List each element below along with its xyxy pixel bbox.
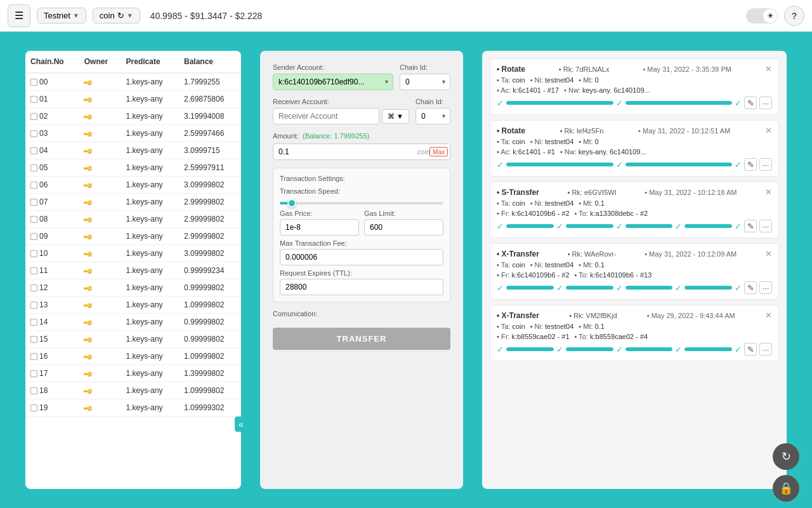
progress-check: ✓ [616, 98, 623, 108]
tx-progress-row: ✓✓ ✓ ✎ ··· [497, 158, 772, 171]
gas-limit-input[interactable] [364, 219, 443, 236]
table-row[interactable]: 17 🔑 1.keys-any 1.39999802 [25, 365, 241, 382]
edit-button[interactable]: ✎ [744, 220, 757, 232]
cell-balance: 1.09999802 [179, 382, 241, 399]
cell-predicate: 1.keys-any [121, 125, 179, 142]
speed-slider[interactable] [280, 202, 443, 204]
refresh-icon[interactable]: ↻ [117, 11, 124, 20]
more-button[interactable]: ··· [759, 158, 772, 171]
cell-owner: 🔑 [79, 262, 121, 279]
cell-chain: 08 [25, 211, 79, 228]
edit-button[interactable]: ✎ [744, 343, 757, 356]
table-row[interactable]: 12 🔑 1.keys-any 0.99999802 [25, 279, 241, 297]
cell-owner: 🔑 [79, 108, 121, 125]
tx-close-button[interactable]: ✕ [765, 311, 772, 320]
coin-label: coin [100, 11, 115, 20]
cell-owner: 🔑 [79, 382, 121, 399]
max-button[interactable]: Max [429, 147, 448, 157]
cell-owner: 🔑 [79, 245, 121, 262]
table-row[interactable]: 03 🔑 1.keys-any 2.59997466 [25, 125, 241, 142]
cell-predicate: 1.keys-any [121, 108, 179, 125]
tx-type: • X-Transfer [497, 311, 539, 320]
fab-refresh-button[interactable]: ↻ [773, 443, 799, 470]
network-dropdown[interactable]: Testnet ▼ [37, 8, 86, 23]
table-row[interactable]: 06 🔑 1.keys-any 3.09999802 [25, 177, 241, 194]
menu-button[interactable]: ☰ [8, 4, 30, 27]
table-row[interactable]: 19 🔑 1.keys-any 1.09999302 [25, 399, 241, 417]
tx-close-button[interactable]: ✕ [765, 249, 772, 258]
cell-owner: 🔑 [79, 331, 121, 348]
more-button[interactable]: ··· [759, 97, 772, 109]
tx-header: • S-Transfer • Rk: e6GVI5WI • May 31, 20… [497, 187, 772, 197]
receiver-account-input[interactable] [273, 108, 379, 124]
tx-close-button[interactable]: ✕ [765, 126, 772, 135]
more-button[interactable]: ··· [759, 343, 772, 356]
ttl-input[interactable] [280, 279, 443, 295]
table-row[interactable]: 15 🔑 1.keys-any 0.99999802 [25, 331, 241, 348]
receiver-row: Receiver Account: ⌘ ▼ Chain Id: ▼ [273, 98, 450, 124]
more-button[interactable]: ··· [759, 281, 772, 294]
cell-predicate: 1.keys-any [121, 279, 179, 297]
table-row[interactable]: 16 🔑 1.keys-any 1.09999802 [25, 348, 241, 365]
table-row[interactable]: 00 🔑 1.keys-any 1.7999255 [25, 73, 241, 91]
lock-icon: 🔒 [779, 481, 793, 495]
table-row[interactable]: 07 🔑 1.keys-any 2.99999802 [25, 194, 241, 211]
table-row[interactable]: 14 🔑 1.keys-any 0.99999802 [25, 314, 241, 331]
max-fee-input[interactable] [280, 249, 443, 265]
sender-col: Sender Account: ▼ [273, 64, 393, 90]
transaction-card: • X-Transfer • Rk: WAeRovr- • May 31, 20… [490, 243, 779, 300]
cell-chain: 07 [25, 194, 79, 211]
transfer-button[interactable]: TRANSFER [273, 328, 450, 350]
progress-check: ✓ [497, 98, 504, 108]
table-row[interactable]: 02 🔑 1.keys-any 3.19994008 [25, 108, 241, 125]
table-row[interactable]: 08 🔑 1.keys-any 2.99999802 [25, 211, 241, 228]
cell-predicate: 1.keys-any [121, 348, 179, 365]
cell-predicate: 1.keys-any [121, 142, 179, 159]
cell-balance: 1.7999255 [179, 73, 241, 91]
cell-balance: 2.99999802 [179, 211, 241, 228]
tx-close-button[interactable]: ✕ [765, 64, 772, 74]
theme-toggle[interactable]: ☀ [746, 8, 778, 23]
tx-type: • Rotate [497, 65, 525, 74]
receiver-key-button[interactable]: ⌘ ▼ [382, 109, 409, 124]
gas-price-input[interactable] [280, 219, 359, 236]
more-button[interactable]: ··· [759, 220, 772, 232]
progress-actions: ✎ ··· [744, 97, 772, 109]
sender-account-input[interactable] [273, 74, 393, 90]
table-row[interactable]: 05 🔑 1.keys-any 2.59997911 [25, 159, 241, 177]
accounts-table: Chain.No Owner Predicate Balance 00 🔑 1.… [25, 51, 241, 417]
tx-row-1: • Ta: coin • Ni: testnet04 • Mt: 0 [497, 138, 772, 145]
tx-ta: • Ta: coin [497, 199, 525, 207]
table-row[interactable]: 13 🔑 1.keys-any 1.09999802 [25, 297, 241, 314]
amount-label-row: Amount: (Balance: 1.7999255) [273, 132, 450, 140]
receiver-section: Receiver Account: ⌘ ▼ Chain Id: ▼ [273, 98, 450, 124]
tx-header: • X-Transfer • Rk: WAeRovr- • May 31, 20… [497, 249, 772, 258]
tx-ni: • Ni: testnet04 [530, 138, 574, 145]
tx-ac: • Ac: k:6c1401 - #17 [497, 86, 559, 94]
cell-balance: 2.99999802 [179, 194, 241, 211]
cell-balance: 1.39999802 [179, 365, 241, 382]
col-predicate: Predicate [121, 51, 179, 73]
collapse-button[interactable]: « [235, 417, 247, 432]
table-row[interactable]: 09 🔑 1.keys-any 2.99999802 [25, 228, 241, 245]
tx-mt: • Mt: 0.1 [579, 323, 605, 330]
edit-button[interactable]: ✎ [744, 158, 757, 171]
edit-button[interactable]: ✎ [744, 97, 757, 109]
progress-check: ✓ [675, 345, 682, 354]
table-row[interactable]: 11 🔑 1.keys-any 0.99999234 [25, 262, 241, 279]
table-row[interactable]: 18 🔑 1.keys-any 1.09999802 [25, 382, 241, 399]
receiver-chain-select[interactable] [416, 108, 450, 124]
table-row[interactable]: 10 🔑 1.keys-any 3.09999802 [25, 245, 241, 262]
table-row[interactable]: 01 🔑 1.keys-any 2.69875806 [25, 91, 241, 108]
fab-lock-button[interactable]: 🔒 [773, 475, 799, 502]
edit-button[interactable]: ✎ [744, 281, 757, 294]
gas-limit-label: Gas Limit: [364, 210, 443, 217]
coin-dropdown[interactable]: coin ↻ ▼ [93, 8, 140, 23]
col-chain: Chain.No [25, 51, 79, 73]
tx-to: • To: k:a13308debc - #2 [575, 210, 648, 217]
table-row[interactable]: 04 🔑 1.keys-any 3.0999715 [25, 142, 241, 159]
help-button[interactable]: ? [784, 6, 804, 26]
chevron-down-icon: ▼ [73, 12, 79, 19]
tx-close-button[interactable]: ✕ [765, 187, 772, 197]
sender-chain-select[interactable] [400, 74, 450, 90]
